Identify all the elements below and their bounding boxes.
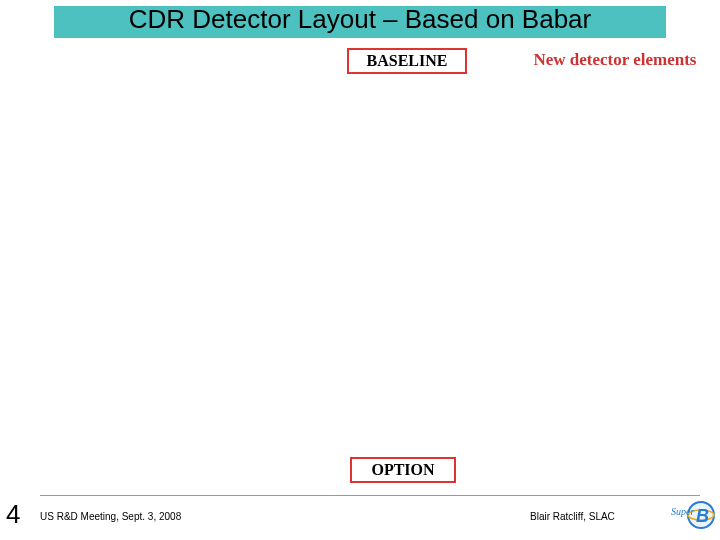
baseline-label-box: BASELINE xyxy=(347,48,467,74)
new-detector-text: New detector elements xyxy=(530,50,700,70)
svg-text:Super: Super xyxy=(671,506,694,517)
superb-logo: Super B xyxy=(670,500,716,534)
page-number: 4 xyxy=(6,499,20,530)
option-label-box: OPTION xyxy=(350,457,456,483)
footer-author: Blair Ratcliff, SLAC xyxy=(530,511,615,522)
baseline-label: BASELINE xyxy=(367,52,448,69)
option-label: OPTION xyxy=(371,461,434,478)
page-title: CDR Detector Layout – Based on Babar xyxy=(0,4,720,35)
footer-meeting: US R&D Meeting, Sept. 3, 2008 xyxy=(40,511,181,522)
svg-text:B: B xyxy=(696,506,709,526)
